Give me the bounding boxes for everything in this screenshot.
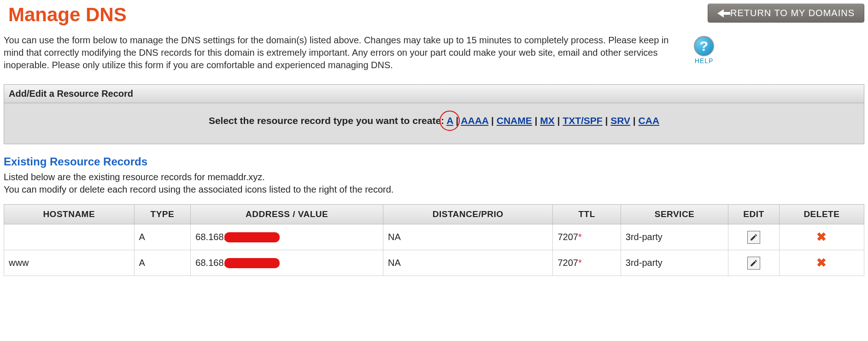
edit-icon[interactable]: [747, 231, 760, 244]
col-delete: DELETE: [779, 205, 864, 224]
record-type-link-cname[interactable]: CNAME: [497, 115, 532, 126]
records-table: HOSTNAME TYPE ADDRESS / VALUE DISTANCE/P…: [4, 204, 864, 276]
existing-records-desc-line1: Listed below are the existing resource r…: [4, 172, 265, 182]
col-distance: DISTANCE/PRIO: [383, 205, 552, 224]
cell-ttl: 7207*: [553, 250, 621, 276]
col-address: ADDRESS / VALUE: [191, 205, 383, 224]
separator: |: [532, 115, 540, 126]
delete-icon[interactable]: ✖: [816, 230, 827, 244]
return-to-domains-button[interactable]: RETURN TO MY DOMAINS: [708, 4, 864, 23]
page-title: Manage DNS: [4, 4, 127, 26]
cell-edit: [728, 250, 780, 276]
cell-service: 3rd-party: [621, 250, 728, 276]
edit-icon[interactable]: [747, 257, 760, 270]
separator: |: [630, 115, 639, 126]
cell-delete: ✖: [779, 224, 864, 250]
cell-edit: [728, 224, 780, 250]
redacted-value: [224, 258, 280, 268]
separator: |: [555, 115, 563, 126]
separator: |: [488, 115, 497, 126]
record-type-link-caa[interactable]: CAA: [639, 115, 660, 126]
record-type-link-srv[interactable]: SRV: [610, 115, 630, 126]
cell-distance: NA: [383, 224, 552, 250]
record-type-link-a[interactable]: A: [446, 115, 453, 126]
col-edit: EDIT: [728, 205, 780, 224]
table-row: wwwA68.168.NA7207*3rd-party✖: [4, 250, 864, 276]
arrow-left-icon: [717, 9, 724, 18]
add-edit-panel: Add/Edit a Resource Record Select the re…: [4, 84, 864, 144]
existing-records-title: Existing Resource Records: [4, 155, 864, 168]
table-row: A68.168.NA7207*3rd-party✖: [4, 224, 864, 250]
return-button-label: RETURN TO MY DOMAINS: [730, 8, 855, 18]
cell-type: A: [134, 224, 191, 250]
cell-ttl: 7207*: [553, 224, 621, 250]
cell-service: 3rd-party: [621, 224, 728, 250]
cell-hostname: [4, 224, 135, 250]
col-type: TYPE: [134, 205, 191, 224]
col-ttl: TTL: [553, 205, 621, 224]
record-type-prompt: Select the resource record type you want…: [209, 115, 444, 126]
intro-text: You can use the form below to manage the…: [4, 34, 676, 71]
cell-address: 68.168.: [191, 250, 383, 276]
record-type-link-aaaa[interactable]: AAAA: [461, 115, 488, 126]
add-edit-panel-header: Add/Edit a Resource Record: [4, 85, 864, 103]
delete-icon[interactable]: ✖: [816, 256, 827, 270]
cell-hostname: www: [4, 250, 135, 276]
help-label: HELP: [690, 57, 718, 65]
cell-type: A: [134, 250, 191, 276]
separator: |: [453, 115, 461, 126]
cell-address: 68.168.: [191, 224, 383, 250]
record-type-link-mx[interactable]: MX: [540, 115, 555, 126]
existing-records-desc-line2: You can modify or delete each record usi…: [4, 184, 393, 194]
help-icon[interactable]: ?: [694, 36, 714, 56]
separator: |: [603, 115, 611, 126]
col-service: SERVICE: [621, 205, 728, 224]
cell-distance: NA: [383, 250, 552, 276]
col-hostname: HOSTNAME: [4, 205, 135, 224]
cell-delete: ✖: [779, 250, 864, 276]
record-type-link-txt-spf[interactable]: TXT/SPF: [563, 115, 602, 126]
redacted-value: [224, 232, 280, 242]
